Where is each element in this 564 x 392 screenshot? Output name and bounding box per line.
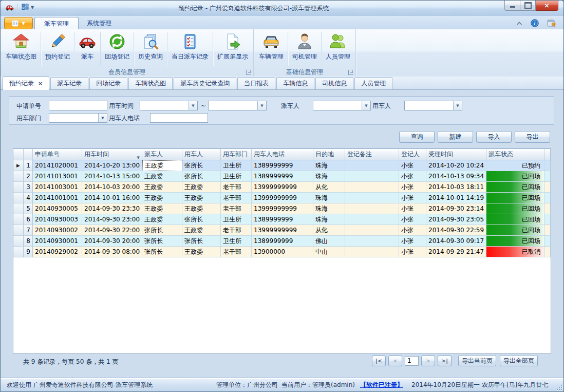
cell-用车人电话[interactable]: 13999999999 <box>252 182 313 193</box>
ribbon-button-personnel-management[interactable]: 人员管理 <box>322 30 354 68</box>
cell-派车人[interactable]: 王政委 <box>142 171 182 182</box>
cell-目的地[interactable]: 珠海 <box>313 171 345 182</box>
cell-目的地[interactable]: 珠海 <box>313 214 345 225</box>
ribbon-button-dispatch[interactable]: 派车 <box>74 30 100 68</box>
column-header-派车人[interactable]: 派车人 <box>142 149 182 160</box>
cell-派车状态[interactable]: 已回场 <box>486 171 544 182</box>
cell-用车人电话[interactable]: 1389999999 <box>252 236 313 247</box>
table-row[interactable]: 5201409300052014-09-30 23:30王政委王政委老干部139… <box>13 203 551 214</box>
cell-受理时间[interactable]: 2014-10-13 09:34 <box>426 171 486 182</box>
cell-受理时间[interactable]: 2014-09-30 22:59 <box>426 225 486 236</box>
cell-受理时间[interactable]: 2014-09-30 23:05 <box>426 214 486 225</box>
cell-申请单号[interactable]: 20140930002 <box>33 225 82 236</box>
skin-style-icon[interactable] <box>547 19 556 27</box>
cell-目的地[interactable]: 从化 <box>313 182 345 193</box>
cell-用车部门[interactable]: 卫生所 <box>221 214 252 225</box>
table-row[interactable]: ▶1201410200012014-10-20 13:00王政委张所长卫生所13… <box>13 160 551 171</box>
cell-登记备注[interactable] <box>345 171 399 182</box>
cell-派车人[interactable]: 张所长 <box>142 236 182 247</box>
doc-tab-车辆状态图[interactable]: 车辆状态图 <box>128 77 173 89</box>
maximize-button[interactable] <box>520 1 536 11</box>
cell-登记人[interactable]: 小张 <box>399 203 426 214</box>
new-button[interactable]: 新建 <box>438 131 473 143</box>
department-combo[interactable]: ▼ <box>49 113 107 123</box>
doc-tab-派车记录[interactable]: 派车记录 <box>50 77 88 89</box>
cell-登记人[interactable]: 小张 <box>399 236 426 247</box>
cell-用车人[interactable]: 张所长 <box>182 160 221 171</box>
cell-派车人[interactable]: 王政委 <box>142 193 182 203</box>
cell-用车部门[interactable]: 老干部 <box>221 225 252 236</box>
cell-登记备注[interactable] <box>345 203 399 214</box>
ribbon-button-driver-management[interactable]: 司机管理 <box>288 30 321 68</box>
cell-受理时间[interactable]: 2014-10-20 10:24 <box>426 160 486 171</box>
doc-tab-回场记录[interactable]: 回场记录 <box>89 77 127 89</box>
cell-登记备注[interactable] <box>345 214 399 225</box>
export-current-page-button[interactable]: 导出当前页 <box>458 355 496 366</box>
cell-登记人[interactable]: 小张 <box>399 214 426 225</box>
cell-登记备注[interactable] <box>345 182 399 193</box>
cell-申请单号[interactable]: 20141020001 <box>33 160 82 171</box>
cell-受理时间[interactable]: 2014-09-29 21:47 <box>426 247 486 257</box>
page-number-input[interactable] <box>405 356 419 366</box>
cell-用车人电话[interactable]: 13900000 <box>252 247 313 257</box>
import-button[interactable]: 导入 <box>476 131 512 143</box>
last-page-button[interactable]: >| <box>438 356 452 366</box>
application-menu-button[interactable]: ▼ <box>4 17 33 29</box>
request-no-input[interactable] <box>49 101 107 110</box>
cell-登记人[interactable]: 小张 <box>399 182 426 193</box>
cell-用车部门[interactable]: 老干部 <box>221 247 252 257</box>
cell-目的地[interactable]: 珠海 <box>313 193 345 203</box>
cell-派车状态[interactable]: 已回场 <box>486 236 544 247</box>
cell-派车人[interactable]: 王政委 <box>142 182 182 193</box>
cell-申请单号[interactable]: 20141013001 <box>33 171 82 182</box>
cell-用车人[interactable]: 张所长 <box>182 171 221 182</box>
cell-用车人电话[interactable]: 13999999999 <box>252 225 313 236</box>
cell-用车时间[interactable]: 2014-10-01 16:00 <box>82 193 142 203</box>
cell-用车时间[interactable]: 2014-09-30 22:00 <box>82 225 142 236</box>
cell-受理时间[interactable]: 2014-10-01 14:19 <box>426 193 486 203</box>
doc-tab-预约记录[interactable]: 预约记录× <box>3 77 49 90</box>
cell-用车部门[interactable]: 卫生所 <box>221 171 252 182</box>
cell-登记备注[interactable] <box>345 225 399 236</box>
column-header-目的地[interactable]: 目的地 <box>313 149 345 160</box>
cell-申请单号[interactable]: 20141001001 <box>33 193 82 203</box>
cell-登记备注[interactable] <box>345 193 399 203</box>
first-page-button[interactable]: |< <box>372 356 386 366</box>
cell-用车时间[interactable]: 2014-10-13 15:00 <box>82 171 142 182</box>
cell-申请单号[interactable]: 20140930001 <box>33 236 82 247</box>
close-tab-icon[interactable]: × <box>38 80 43 87</box>
column-header-申请单号[interactable]: 申请单号 <box>33 149 82 160</box>
cell-目的地[interactable]: 珠海 <box>313 160 345 171</box>
cell-派车人[interactable]: 张所长 <box>142 225 182 236</box>
cell-用车人电话[interactable]: 13999999999 <box>252 193 313 203</box>
table-row[interactable]: 9201409290022014-09-30 08:00张所长王政委老干部139… <box>13 247 551 257</box>
cell-用车部门[interactable]: 卫生所 <box>221 236 252 247</box>
ribbon-button-vehicle-status-map[interactable]: 车辆状态图 <box>2 30 41 68</box>
cell-用车人电话[interactable]: 13999999999 <box>252 203 313 214</box>
doc-tab-人员管理[interactable]: 人员管理 <box>354 77 392 89</box>
doc-tab-当日报表[interactable]: 当日报表 <box>237 77 275 89</box>
cell-用车人电话[interactable]: 1389999999 <box>252 214 313 225</box>
column-header-受理时间[interactable]: 受理时间 <box>426 149 486 160</box>
table-row[interactable]: 2201410130012014-10-13 15:00王政委张所长卫生所138… <box>13 171 551 182</box>
query-button[interactable]: 查询 <box>399 131 435 143</box>
table-row[interactable]: 4201410010012014-10-01 16:00王政委王政委老干部139… <box>13 193 551 203</box>
table-row[interactable]: 8201409300012014-09-30 20:00张所长张所长卫生所138… <box>13 236 551 247</box>
doc-tab-车辆信息[interactable]: 车辆信息 <box>276 77 314 89</box>
cell-派车人[interactable]: 王政委 <box>142 214 182 225</box>
close-button[interactable]: × <box>536 1 558 11</box>
table-row[interactable]: 3201410030012014-10-03 20:00王政委王政委老干部139… <box>13 182 551 193</box>
resize-grip-icon[interactable] <box>556 384 562 390</box>
ribbon-tab-system[interactable]: 系统管理 <box>78 17 121 29</box>
cell-用车时间[interactable]: 2014-09-30 08:00 <box>82 247 142 257</box>
column-header-登记人[interactable]: 登记人 <box>399 149 426 160</box>
cell-用车人[interactable]: 王政委 <box>182 193 221 203</box>
cell-派车人[interactable]: 张所长 <box>142 247 182 257</box>
chevron-down-icon[interactable]: ▼ <box>189 101 197 110</box>
dialog-launcher-icon[interactable] <box>246 70 251 75</box>
column-header-用车人电话[interactable]: 用车人电话 <box>252 149 313 160</box>
column-header-用车部门[interactable]: 用车部门 <box>221 149 252 160</box>
cell-用车人电话[interactable]: 1389999999 <box>252 160 313 171</box>
cell-目的地[interactable]: 中山 <box>313 247 345 257</box>
cell-登记人[interactable]: 小张 <box>399 225 426 236</box>
